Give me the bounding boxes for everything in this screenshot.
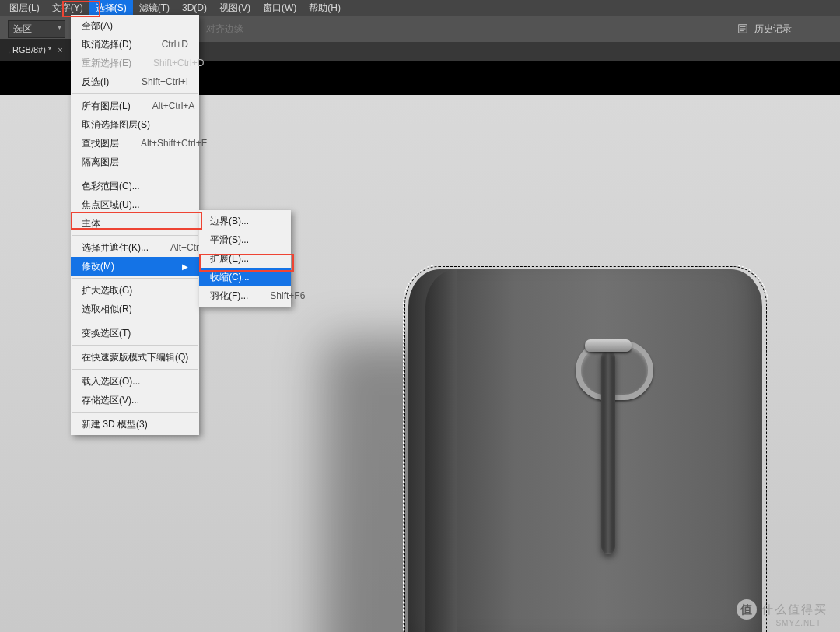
menubar: 图层(L) 文字(Y) 选择(S) 滤镜(T) 3D(D) 视图(V) 窗口(W… [0,0,840,16]
menu-item-label: 在快速蒙版模式下编辑(Q) [82,351,188,364]
menu-item-label: 查找图层 [82,137,119,150]
select-menu-item[interactable]: 修改(M)▶ [71,257,199,276]
modify-submenu-item[interactable]: 平滑(S)... [199,230,291,249]
menu-item-label: 扩大选取(G) [82,284,132,297]
select-menu-item[interactable]: 变换选区(T) [71,324,199,342]
menu-item-label: 选取相似(R) [82,303,132,316]
menu-item-label: 存储选区(V)... [82,394,139,407]
menu-item-label: 取消选择图层(S) [82,118,150,132]
menu-item-label: 重新选择(E) [82,57,131,70]
modify-submenu-item[interactable]: 收缩(C)... [199,268,291,286]
selection-mode-dropdown[interactable]: 选区 [8,20,65,38]
menu-3d[interactable]: 3D(D) [176,0,213,16]
menu-text[interactable]: 文字(Y) [46,0,89,16]
menu-item-label: 所有图层(L) [82,100,131,113]
handle-bar [601,350,615,554]
menu-select[interactable]: 选择(S) [89,0,133,16]
menu-item-shortcut: Ctrl+D [162,39,188,50]
menu-item-label: 取消选择(D) [82,38,132,51]
document-title: , RGB/8#) * [8,45,51,54]
menu-item-label: 羽化(F)... [210,290,248,303]
menu-view[interactable]: 视图(V) [213,0,257,16]
close-tab-button[interactable]: × [58,45,62,54]
modify-submenu-item[interactable]: 边界(B)... [199,212,291,230]
select-menu-item[interactable]: 色彩范围(C)... [71,177,199,195]
watermark: 值 什么值得买 [737,599,828,620]
select-menu-item[interactable]: 存储选区(V)... [71,391,199,409]
watermark-badge-icon: 值 [737,599,757,620]
selection-mode-field: 选区 [8,20,65,38]
menu-help[interactable]: 帮助(H) [303,0,347,16]
menu-item-label: 平滑(S)... [210,233,249,247]
watermark-text: 什么值得买 [761,602,828,617]
select-menu-item[interactable]: 反选(I)Shift+Ctrl+I [71,72,199,91]
select-menu-item[interactable]: 载入选区(O)... [71,372,199,391]
select-menu-item[interactable]: 选取相似(R) [71,300,199,318]
menu-item-shortcut: Alt+Ctrl+A [152,100,195,111]
menu-item-label: 反选(I) [82,75,109,89]
document-tab[interactable]: , RGB/8#) * × [0,39,71,61]
select-menu-item[interactable]: 隔离图层 [71,153,199,171]
select-menu-item[interactable]: 所有图层(L)Alt+Ctrl+A [71,97,199,115]
menu-item-label: 载入选区(O)... [82,375,140,388]
menu-item-shortcut: Shift+Ctrl+D [153,58,204,68]
select-menu-item: 重新选择(E)Shift+Ctrl+D [71,54,199,72]
watermark-url: SMYZ.NET [775,619,821,627]
select-menu-item[interactable]: 选择并遮住(K)...Alt+Ctrl+R [71,238,199,257]
submenu-arrow-icon: ▶ [182,262,188,271]
select-menu-item[interactable]: 全部(A) [71,16,199,35]
menu-item-label: 新建 3D 模型(3) [82,418,148,431]
menu-layer[interactable]: 图层(L) [3,0,46,16]
history-label: 历史记录 [754,23,792,36]
menu-window[interactable]: 窗口(W) [257,0,303,16]
modify-submenu: 边界(B)...平滑(S)...扩展(E)...收缩(C)...羽化(F)...… [199,210,291,307]
menu-item-label: 变换选区(T) [82,327,131,340]
menu-item-shortcut: Alt+Shift+Ctrl+F [141,138,207,149]
menu-item-label: 修改(M) [82,260,114,273]
modify-submenu-item[interactable]: 羽化(F)...Shift+F6 [199,286,291,305]
history-panel-toggle[interactable]: 历史记录 [730,16,840,42]
history-icon [737,23,748,34]
select-menu-item[interactable]: 主体 [71,214,199,233]
menu-item-label: 收缩(C)... [210,271,250,284]
menu-item-label: 全部(A) [82,19,113,33]
handle-cap [585,339,632,352]
menu-item-label: 色彩范围(C)... [82,180,140,193]
menu-filter[interactable]: 滤镜(T) [133,0,176,16]
select-menu-item[interactable]: 取消选择图层(S) [71,115,199,134]
select-menu-item[interactable]: 扩大选取(G) [71,281,199,300]
menu-item-label: 焦点区域(U)... [82,198,140,212]
menu-item-shortcut: Shift+F6 [270,290,305,301]
select-menu-item[interactable]: 焦点区域(U)... [71,195,199,214]
select-menu-dropdown: 全部(A)取消选择(D)Ctrl+D重新选择(E)Shift+Ctrl+D反选(… [71,15,199,435]
select-menu-item[interactable]: 查找图层Alt+Shift+Ctrl+F [71,134,199,153]
menu-item-label: 选择并遮住(K)... [82,241,149,255]
menu-item-label: 扩展(E)... [210,252,249,265]
align-edges-option: 对齐边缘 [206,23,243,36]
select-menu-item[interactable]: 取消选择(D)Ctrl+D [71,35,199,54]
menu-item-shortcut: Shift+Ctrl+I [142,76,188,87]
select-menu-item[interactable]: 在快速蒙版模式下编辑(Q) [71,348,199,367]
modify-submenu-item[interactable]: 扩展(E)... [199,249,291,268]
menu-item-label: 主体 [82,217,100,230]
rendered-box-object [408,269,762,632]
select-menu-item[interactable]: 新建 3D 模型(3) [71,415,199,434]
menu-item-label: 隔离图层 [82,156,119,169]
menu-item-label: 边界(B)... [210,215,249,228]
